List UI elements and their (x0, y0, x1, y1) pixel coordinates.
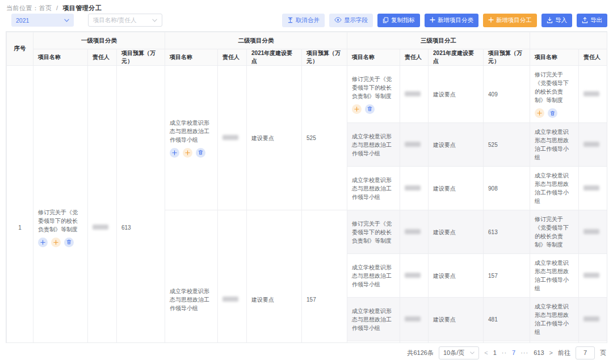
page-button-current[interactable]: 7 (512, 349, 515, 356)
header-l1-name: 项目名称 (33, 49, 88, 66)
goto-page-input[interactable] (576, 346, 595, 359)
header-seq: 序号 (7, 32, 33, 66)
l3-budget-cell: 157 (484, 254, 530, 298)
l3-name-cell: 成立学校意识形态与思想政治工作领导小组 (347, 123, 400, 167)
l1-project-name: 修订完关于《党委领导下的校长负责制》等制度 (38, 208, 83, 234)
owner-redacted (583, 142, 599, 147)
toolbar: 取消合并 显示字段 复制指标 新增项目分类 新增项目分工 导入 导出 (282, 14, 607, 27)
plus-icon (430, 17, 435, 24)
l3-point-cell: 建设要点 (429, 123, 484, 167)
header-l3-budget: 项目预算（万元） (484, 49, 530, 66)
import-label: 导入 (555, 16, 567, 24)
add-child-button[interactable] (535, 108, 544, 118)
l3-owner-cell (400, 210, 429, 254)
add-sibling-button[interactable] (170, 148, 179, 158)
pager-ellipsis[interactable]: ··· (520, 349, 528, 356)
l2-point-cell: 建设要点 (247, 66, 302, 210)
l3-point-cell: 建设要点 (429, 254, 484, 298)
owner-redacted (405, 91, 421, 96)
l3-budget-cell: 409 (484, 66, 530, 123)
add-sibling-button[interactable] (38, 238, 48, 247)
search-input[interactable]: 项目名称/责任人 (88, 14, 162, 27)
delete-button[interactable] (365, 104, 375, 114)
download-icon (547, 17, 553, 24)
l3-point-cell: 建设要点 (429, 210, 484, 254)
project-division-table: 序号 一级项目分类 二级项目分类 三级项目分工 项目名称 责任人 项目预算（万元… (6, 31, 607, 343)
eye-icon (334, 17, 342, 24)
breadcrumb-prefix: 当前位置： (6, 5, 39, 11)
breadcrumb-home[interactable]: 首页 (39, 5, 52, 11)
l3-name-cell: 成立学校意识形态与思想政治工作领导小组 (347, 298, 400, 341)
l2-owner-cell (218, 66, 247, 210)
copy-metric-label: 复制指标 (391, 16, 415, 24)
owner-redacted (222, 135, 238, 140)
l4-owner-cell (579, 66, 607, 123)
l4-owner-cell (579, 210, 607, 254)
plus-icon (488, 17, 494, 24)
show-fields-button[interactable]: 显示字段 (329, 14, 373, 27)
copy-metric-button[interactable]: 复制指标 (377, 14, 420, 27)
page-size-select[interactable]: 10条/页 (439, 346, 479, 359)
l4-owner-cell (579, 167, 607, 210)
l3-budget-cell: 613 (484, 210, 530, 254)
header-l3-owner: 责任人 (400, 49, 429, 66)
l2-name-cell: 成立学校意识形态与思想政治工作领导小组 (165, 210, 218, 344)
pagination: 共6126条 10条/页 < 1 ·· 7 ··· 613 > 前往 页 (407, 345, 606, 360)
add-child-button[interactable] (51, 238, 61, 247)
header-group-level2: 二级项目分类 (165, 32, 347, 49)
page-title: 项目管理分工 (62, 5, 102, 11)
add-division-button[interactable]: 新增项目分工 (483, 14, 537, 27)
l2-point-cell: 建设要点 (247, 210, 302, 344)
owner-redacted (405, 316, 421, 321)
l3-budget-cell: 481 (484, 298, 530, 341)
table-row: 1 修订完关于《党委领导下的校长负责制》等制度 613 成立学校意识形态与思想政… (7, 66, 608, 123)
import-button[interactable]: 导入 (541, 14, 572, 27)
l3-owner-cell (400, 167, 429, 210)
delete-button[interactable] (64, 238, 74, 247)
l1-budget-cell: 613 (117, 66, 165, 344)
l3-name-cell: 修订完关于《党委领导下的校长负责制》等制度 (347, 66, 400, 123)
delete-button[interactable] (196, 148, 205, 158)
l3-owner-cell (400, 66, 429, 123)
l2-owner-cell (218, 210, 247, 344)
add-child-button[interactable] (352, 104, 362, 114)
l3-budget-cell: 908 (484, 167, 530, 210)
page-button-1[interactable]: 1 (493, 349, 497, 356)
l4-name-cell: 成立学校意识形态与思想政治工作领导小组 (530, 298, 579, 341)
header-l2-name: 项目名称 (165, 49, 218, 66)
export-label: 导出 (590, 16, 602, 24)
cancel-merge-button[interactable]: 取消合并 (282, 14, 325, 27)
l2-name-cell: 成立学校意识形态与思想政治工作领导小组 (165, 66, 218, 210)
breadcrumb-separator: / (56, 5, 58, 11)
l3-point-cell: 建设要点 (429, 167, 484, 210)
add-child-button[interactable] (183, 148, 192, 158)
breadcrumb: 当前位置：首页 / 项目管理分工 (6, 4, 102, 12)
l3-name-cell: 信息员反馈 (347, 341, 400, 344)
year-select[interactable]: 2021 (11, 14, 74, 27)
page-button-last[interactable]: 613 (534, 349, 544, 356)
l3-name-cell: 修订完关于《党委领导下的校长负责制》等制度 (347, 210, 400, 254)
l3-name-cell: 成立学校意识形态与思想政治工作领导小组 (347, 167, 400, 210)
owner-redacted (583, 316, 599, 321)
l1-owner-cell (88, 66, 117, 344)
owner-redacted (583, 229, 599, 234)
goto-label: 前往 (558, 349, 570, 357)
copy-icon (383, 17, 389, 24)
export-button[interactable]: 导出 (577, 14, 607, 27)
l4-owner-cell (579, 254, 607, 298)
owner-redacted (583, 185, 599, 191)
l3-project-name: 修订完关于《党委领导下的校长负责制》等制度 (352, 75, 395, 100)
delete-button[interactable] (548, 108, 557, 118)
l4-name-cell: 成立学校意识形态与思想政治工作领导小组 (530, 123, 579, 167)
add-category-button[interactable]: 新增项目分类 (425, 14, 478, 27)
l4-owner-cell (579, 341, 607, 344)
chevron-down-icon (152, 19, 157, 22)
l4-project-name: 修订完关于《党委领导下的校长负责制》等制度 (535, 70, 574, 104)
next-page-button[interactable]: > (549, 349, 553, 356)
chevron-down-icon (470, 352, 475, 354)
pager-ellipsis[interactable]: ·· (502, 349, 507, 356)
owner-redacted (405, 185, 421, 191)
l4-owner-cell (579, 298, 607, 341)
prev-page-button[interactable]: < (484, 349, 488, 356)
header-l2-budget: 项目预算（万元） (302, 49, 347, 66)
